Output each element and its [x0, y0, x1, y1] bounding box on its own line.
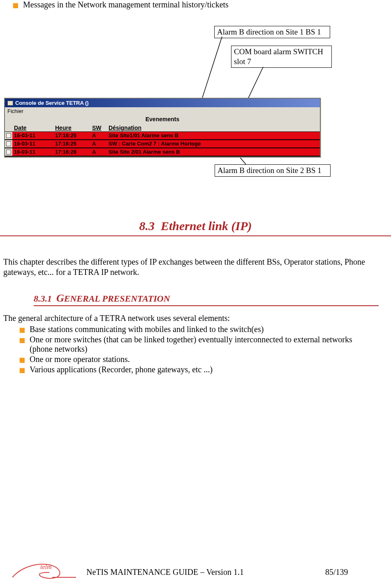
- cell-date: 16-03-11: [12, 148, 53, 156]
- table-header: Date Heure SW Désignation: [5, 123, 320, 131]
- cell-time: 17:16:28: [53, 148, 90, 156]
- bullet-icon: [19, 327, 25, 333]
- console-window: Console de Service TETRA () Fichier Even…: [4, 98, 321, 157]
- cell-sw: A: [90, 132, 107, 139]
- th-desig: Désignation: [107, 124, 320, 131]
- cell-time: 17:16:25: [53, 140, 90, 148]
- table-row[interactable]: 16-03-11 17:16:25 A Site Site1/01 Alarme…: [5, 131, 320, 140]
- logo-text: telm: [40, 563, 52, 571]
- section-heading-8-3: 8.3 Ethernet link (IP): [0, 219, 391, 233]
- subsection-underline: [34, 305, 379, 306]
- footer-page-number: 85/139: [325, 567, 391, 577]
- cell-sw: A: [90, 140, 107, 148]
- row-checkbox-cell[interactable]: [5, 148, 12, 156]
- figure-area: Alarm B direction on Site 1 BS 1 COM boa…: [0, 26, 391, 207]
- section-title: Ethernet link (IP): [161, 219, 252, 233]
- menu-file[interactable]: Fichier: [7, 108, 23, 114]
- callout-text-line1: COM board alarm SWITCH: [234, 47, 329, 57]
- checkbox-icon[interactable]: [6, 150, 11, 154]
- section-num: 8.3: [139, 219, 155, 233]
- callout-text-line2: slot 7: [234, 57, 329, 67]
- bullet-icon: [19, 337, 25, 343]
- callout-text: Alarm B direction on Site 2 BS 1: [217, 166, 322, 175]
- titlebar: Console de Service TETRA (): [5, 99, 320, 107]
- app-icon: [7, 101, 13, 106]
- cell-desig: SW : Carte Com2 7 : Alarme Horloge: [107, 140, 320, 148]
- cell-sw: A: [90, 148, 107, 156]
- cell-desig: Site Site 2/01 Alarme sens B: [107, 148, 320, 156]
- window-title: Console de Service TETRA (): [15, 100, 89, 106]
- checkbox-icon[interactable]: [6, 133, 11, 138]
- list-item: Base stations communicating with mobiles…: [30, 325, 379, 334]
- events-heading: Evenements: [5, 115, 320, 123]
- bullet-icon: [19, 357, 25, 363]
- element-list: Base stations communicating with mobiles…: [0, 325, 391, 374]
- row-checkbox-cell[interactable]: [5, 140, 12, 148]
- cell-date: 16-03-11: [12, 132, 53, 139]
- th-sw: SW: [90, 124, 107, 131]
- menubar: Fichier: [5, 107, 320, 115]
- row-checkbox-cell[interactable]: [5, 132, 12, 139]
- callout-text: Alarm B direction on Site 1 BS 1: [217, 28, 321, 36]
- top-bullet-text: Messages in the Network management termi…: [23, 0, 391, 9]
- list-item: One or more operator stations.: [30, 355, 379, 364]
- page-footer: telm NeTIS MAINTENANCE GUIDE – Version 1…: [0, 563, 391, 581]
- subsection-title-rest: ENERAL PRESENTATION: [64, 293, 170, 304]
- footer-doc-title: NeTIS MAINTENANCE GUIDE – Version 1.1: [86, 567, 325, 577]
- list-item: One or more switches (that can be linked…: [30, 335, 379, 354]
- bullet-icon: [12, 2, 18, 8]
- checkbox-icon[interactable]: [6, 141, 11, 146]
- subsection-num: 8.3.1: [34, 293, 52, 304]
- callout-alarm-site1: Alarm B direction on Site 1 BS 1: [214, 26, 330, 38]
- logo: telm: [0, 563, 86, 581]
- bullet-icon: [19, 367, 25, 373]
- arch-lead: The general architecture of a TETRA netw…: [3, 314, 386, 323]
- subsection-heading-8-3-1: 8.3.1 GENERAL PRESENTATION: [34, 292, 379, 304]
- callout-com-board: COM board alarm SWITCH slot 7: [231, 46, 332, 68]
- th-time: Heure: [53, 124, 90, 131]
- subsection-title-first: G: [56, 292, 64, 304]
- callout-alarm-site2: Alarm B direction on Site 2 BS 1: [215, 164, 331, 177]
- cell-time: 17:16:25: [53, 132, 90, 139]
- section-intro: This chapter describes the different typ…: [3, 257, 386, 277]
- list-item: Various applications (Recorder, phone ga…: [30, 365, 379, 374]
- section-underline: [0, 235, 391, 236]
- th-date: Date: [12, 124, 53, 131]
- table-row[interactable]: 16-03-11 17:16:28 A Site Site 2/01 Alarm…: [5, 148, 320, 157]
- cell-desig: Site Site1/01 Alarme sens B: [107, 132, 320, 139]
- table-row[interactable]: 16-03-11 17:16:25 A SW : Carte Com2 7 : …: [5, 140, 320, 148]
- cell-date: 16-03-11: [12, 140, 53, 148]
